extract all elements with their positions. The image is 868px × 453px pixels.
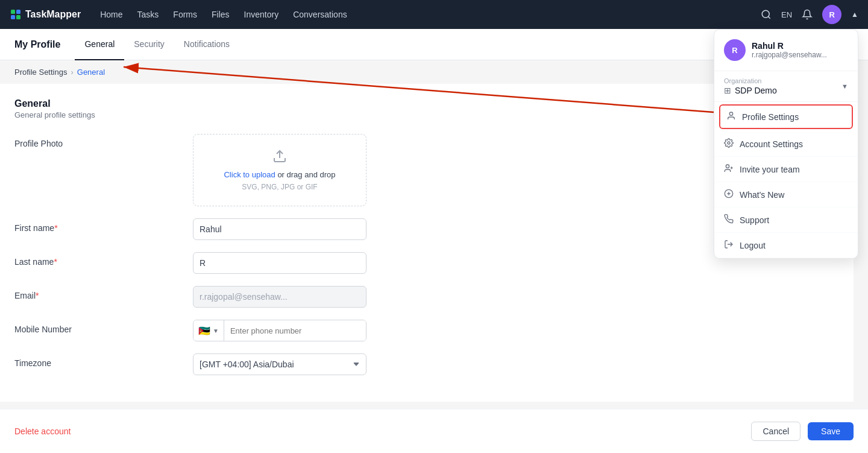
upload-click-label: Click to upload — [224, 170, 275, 179]
dropdown-chevron[interactable]: ▲ — [851, 10, 858, 19]
app-logo[interactable]: TaskMapper — [10, 8, 81, 21]
profile-photo-label: Profile Photo — [14, 134, 183, 148]
phone-number-input[interactable] — [224, 320, 366, 341]
svg-point-7 — [728, 142, 730, 144]
dropdown-avatar: R — [724, 39, 746, 61]
gear-icon — [724, 138, 734, 150]
mobile-number-row: Mobile Number 🇲🇿 ▼ — [14, 320, 839, 341]
svg-point-8 — [726, 165, 729, 168]
phone-input-group: 🇲🇿 ▼ — [193, 320, 366, 341]
dropdown-item-invite-team[interactable]: Invite your team — [714, 157, 858, 182]
timezone-select[interactable]: [GMT +04:00] Asia/Dubai — [193, 353, 366, 375]
upload-text: Click to upload or drag and drop — [224, 170, 335, 179]
first-name-input[interactable] — [193, 218, 366, 240]
svg-rect-3 — [16, 15, 20, 19]
top-navigation: TaskMapper Home Tasks Forms Files Invent… — [0, 0, 868, 29]
svg-point-6 — [729, 112, 732, 115]
breadcrumb-separator: › — [71, 68, 73, 77]
breadcrumb-current: General — [77, 68, 105, 77]
nav-home[interactable]: Home — [100, 10, 122, 19]
person-icon — [726, 111, 736, 122]
timezone-row: Timezone [GMT +04:00] Asia/Dubai — [14, 353, 839, 375]
org-icon: ⊞ — [724, 86, 731, 95]
last-name-label: Last name* — [14, 252, 183, 267]
dropdown-item-support[interactable]: Support — [714, 207, 858, 233]
first-name-label: First name* — [14, 218, 183, 233]
svg-rect-1 — [16, 10, 20, 14]
upload-area[interactable]: Click to upload or drag and drop SVG, PN… — [193, 134, 366, 206]
tab-general[interactable]: General — [75, 29, 124, 60]
notifications-button[interactable] — [802, 9, 813, 20]
tab-security[interactable]: Security — [124, 29, 174, 60]
dropdown-item-logout[interactable]: Logout — [714, 233, 858, 258]
user-dropdown-menu: R Rahul R r.rajgopal@sensehaw... Organiz… — [714, 29, 858, 259]
nav-inventory[interactable]: Inventory — [244, 10, 279, 19]
app-name: TaskMapper — [25, 9, 81, 20]
dropdown-account-settings-label: Account Settings — [740, 139, 803, 149]
delete-account-button[interactable]: Delete account — [14, 426, 71, 436]
upload-icon — [272, 149, 287, 166]
dropdown-support-label: Support — [740, 215, 769, 225]
cancel-button[interactable]: Cancel — [751, 422, 800, 441]
footer-actions: Delete account Cancel Save — [0, 409, 868, 453]
save-button[interactable]: Save — [808, 422, 854, 440]
dropdown-logout-label: Logout — [740, 241, 766, 250]
email-row: Email* — [14, 286, 839, 308]
nav-forms[interactable]: Forms — [173, 10, 197, 19]
page-title: My Profile — [14, 39, 60, 50]
dropdown-user-name: Rahul R — [752, 41, 827, 51]
org-name: SDP Demo — [735, 86, 777, 95]
language-button[interactable]: EN — [781, 10, 792, 19]
email-input[interactable] — [193, 286, 366, 308]
nav-files[interactable]: Files — [212, 10, 230, 19]
nav-tasks[interactable]: Tasks — [137, 10, 159, 19]
org-expand-icon: ▼ — [841, 83, 848, 90]
dropdown-item-account-settings[interactable]: Account Settings — [714, 131, 858, 157]
mobile-label: Mobile Number — [14, 320, 183, 334]
nav-conversations[interactable]: Conversations — [293, 10, 347, 19]
svg-rect-0 — [11, 10, 15, 14]
email-label: Email* — [14, 286, 183, 300]
phone-flag-chevron: ▼ — [213, 328, 219, 334]
user-avatar-button[interactable]: R — [822, 5, 841, 24]
last-name-input[interactable] — [193, 252, 366, 274]
org-label: Organization — [724, 77, 777, 84]
breadcrumb-parent[interactable]: Profile Settings — [14, 68, 67, 77]
dropdown-item-profile-settings[interactable]: Profile Settings — [719, 104, 853, 129]
dropdown-user-email: r.rajgopal@sensehaw... — [752, 51, 827, 59]
dropdown-invite-label: Invite your team — [740, 165, 800, 174]
dropdown-whats-new-label: What's New — [740, 190, 784, 200]
sparkle-icon — [724, 189, 734, 200]
org-row[interactable]: Organization ⊞ SDP Demo ▼ — [714, 71, 858, 102]
phone-flag-selector[interactable]: 🇲🇿 ▼ — [193, 320, 224, 341]
svg-rect-2 — [11, 15, 15, 19]
dropdown-item-whats-new[interactable]: What's New — [714, 182, 858, 207]
tab-notifications[interactable]: Notifications — [174, 29, 239, 60]
support-icon — [724, 214, 734, 226]
logout-icon — [724, 239, 734, 251]
search-button[interactable] — [761, 9, 772, 20]
upload-hint: SVG, PNG, JPG or GIF — [242, 183, 317, 191]
flag-emoji: 🇲🇿 — [198, 325, 210, 337]
timezone-label: Timezone — [14, 353, 183, 368]
dropdown-user-header: R Rahul R r.rajgopal@sensehaw... — [714, 30, 858, 71]
invite-icon — [724, 163, 734, 175]
svg-point-4 — [762, 10, 769, 17]
dropdown-profile-settings-label: Profile Settings — [742, 112, 799, 122]
